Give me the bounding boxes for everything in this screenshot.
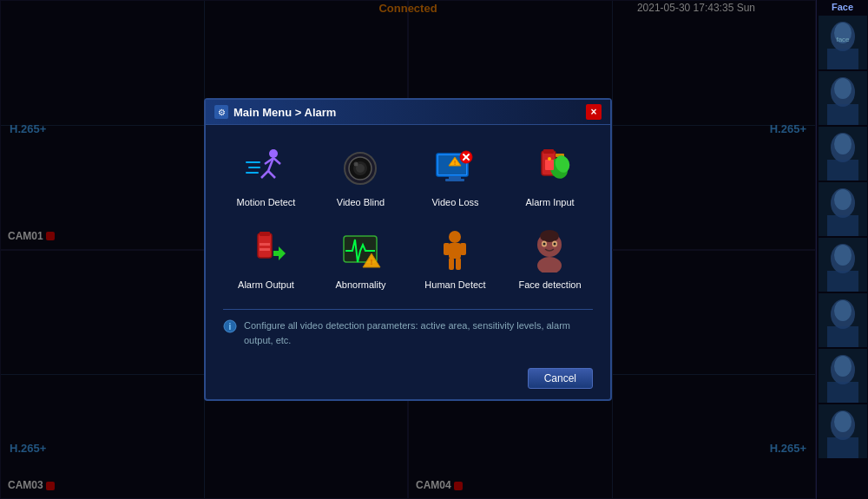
motion-detect-icon-box xyxy=(240,144,293,192)
abnormality-label: Abnormality xyxy=(335,279,385,290)
svg-point-85 xyxy=(554,242,556,245)
menu-item-video-blind[interactable]: Video Blind xyxy=(318,139,404,213)
svg-rect-8 xyxy=(827,104,858,125)
cancel-button[interactable]: Cancel xyxy=(528,368,593,389)
svg-rect-77 xyxy=(460,243,466,255)
dialog-overlay: ⚙ Main Menu > Alarm × xyxy=(0,0,816,499)
menu-item-human-detect[interactable]: Human Detect xyxy=(412,221,498,295)
svg-text:i: i xyxy=(229,322,232,332)
svg-rect-16 xyxy=(827,215,858,236)
face-thumb-5 xyxy=(819,238,867,292)
svg-rect-68 xyxy=(273,251,279,256)
svg-line-37 xyxy=(261,171,268,178)
dialog-body: Motion Detect xyxy=(206,125,610,361)
alarm-output-label: Alarm Output xyxy=(238,279,294,290)
svg-point-84 xyxy=(543,242,546,245)
svg-text:!: ! xyxy=(371,258,373,266)
svg-point-19 xyxy=(834,245,852,266)
info-text: Configure all video detection parameters… xyxy=(244,318,593,347)
menu-item-face-detection[interactable]: Face detection xyxy=(507,221,593,295)
video-loss-icon-box: ! xyxy=(430,144,482,192)
svg-rect-56 xyxy=(449,176,461,179)
svg-point-31 xyxy=(834,411,852,432)
svg-line-38 xyxy=(268,171,275,178)
face-thumb-8 xyxy=(819,404,867,458)
dialog-title-bar: ⚙ Main Menu > Alarm × xyxy=(206,100,610,125)
dialog-title: Main Menu > Alarm xyxy=(233,106,586,119)
svg-rect-75 xyxy=(449,243,461,259)
video-blind-label: Video Blind xyxy=(337,197,385,207)
info-section: i Configure all video detection paramete… xyxy=(223,309,593,347)
svg-point-86 xyxy=(537,257,562,272)
svg-rect-28 xyxy=(827,382,858,403)
svg-rect-24 xyxy=(827,326,858,347)
alarm-output-icon-box xyxy=(240,227,293,274)
svg-point-74 xyxy=(449,231,461,243)
svg-rect-32 xyxy=(827,437,858,458)
svg-rect-57 xyxy=(445,179,464,181)
menu-item-motion-detect[interactable]: Motion Detect xyxy=(223,139,309,213)
menu-item-abnormality[interactable]: ! Abnormality xyxy=(318,221,404,295)
alarm-input-icon-box xyxy=(524,144,576,192)
svg-point-11 xyxy=(834,134,852,154)
alarm-input-label: Alarm Input xyxy=(525,197,574,207)
abnormality-icon-box: ! xyxy=(335,227,387,274)
face-thumb-3 xyxy=(819,127,867,181)
human-detect-icon-box xyxy=(430,227,482,274)
svg-point-27 xyxy=(834,356,852,377)
face-panel-title: Face xyxy=(832,2,853,12)
svg-rect-69 xyxy=(260,243,270,246)
svg-text:⚙: ⚙ xyxy=(218,108,226,117)
svg-rect-79 xyxy=(456,258,461,270)
face-thumb-2 xyxy=(819,71,867,125)
svg-point-48 xyxy=(354,161,358,166)
menu-item-alarm-input[interactable]: Alarm Input xyxy=(507,139,593,213)
svg-point-15 xyxy=(834,189,852,210)
svg-point-23 xyxy=(834,300,852,321)
svg-rect-3 xyxy=(827,49,858,69)
dialog-close-button[interactable]: × xyxy=(586,104,602,120)
svg-point-35 xyxy=(269,149,278,158)
face-thumb-6 xyxy=(819,293,867,347)
svg-rect-66 xyxy=(260,232,270,236)
svg-point-81 xyxy=(540,230,559,242)
face-thumb-4 xyxy=(819,182,867,236)
alarm-dialog: ⚙ Main Menu > Alarm × xyxy=(204,98,612,401)
svg-point-64 xyxy=(548,157,551,161)
svg-rect-76 xyxy=(444,243,450,255)
svg-rect-20 xyxy=(827,271,858,292)
info-icon: i xyxy=(223,319,237,336)
face-thumb-7 xyxy=(819,349,867,403)
human-detect-label: Human Detect xyxy=(424,279,485,290)
svg-text:!: ! xyxy=(454,159,457,167)
video-blind-icon-box xyxy=(335,144,387,192)
menu-item-video-loss[interactable]: ! Video Loss xyxy=(412,139,498,213)
svg-rect-59 xyxy=(543,149,554,154)
svg-rect-70 xyxy=(260,248,270,251)
video-loss-label: Video Loss xyxy=(431,197,478,207)
motion-detect-label: Motion Detect xyxy=(237,197,296,207)
svg-rect-63 xyxy=(545,160,554,170)
face-panel: Face face xyxy=(816,0,868,499)
dialog-footer: Cancel xyxy=(206,361,610,399)
face-detection-icon-box xyxy=(524,227,576,274)
svg-rect-12 xyxy=(827,160,858,181)
menu-item-alarm-output[interactable]: Alarm Output xyxy=(223,221,309,295)
dialog-title-icon: ⚙ xyxy=(214,105,228,119)
svg-marker-67 xyxy=(279,246,286,260)
svg-rect-78 xyxy=(449,258,454,270)
menu-grid: Motion Detect xyxy=(223,139,593,295)
svg-point-7 xyxy=(834,78,852,99)
face-thumb-1: face xyxy=(819,16,867,69)
svg-text:face: face xyxy=(836,36,850,43)
svg-line-40 xyxy=(273,158,280,164)
face-detection-label: Face detection xyxy=(518,279,581,290)
